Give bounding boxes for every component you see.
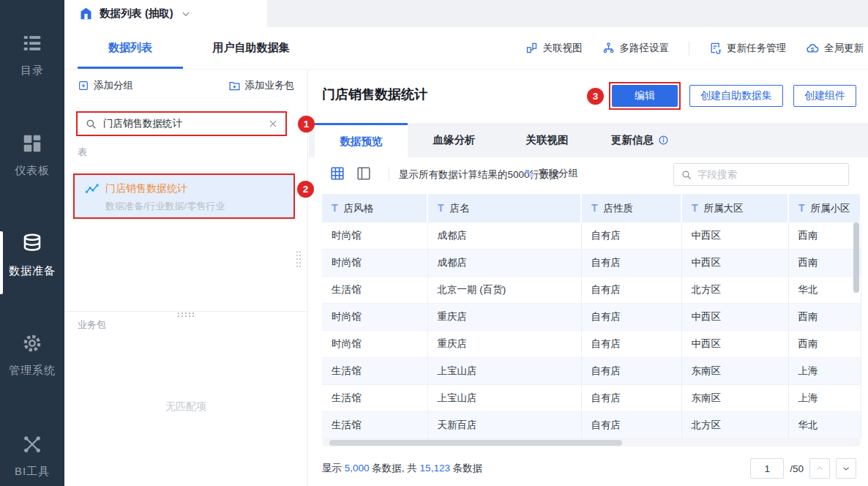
- preview-toolbar: 显示所有数据计算结果的5000行数据 字段分组: [309, 162, 868, 189]
- relation-view-label: 关联视图: [543, 42, 583, 55]
- table-cell: 成都店: [427, 250, 581, 277]
- summary-text: 条数据: [453, 463, 483, 474]
- header-button-row: 3 编辑 创建自助数据集 创建组件: [587, 82, 856, 110]
- tab-data-list[interactable]: 数据列表: [78, 27, 183, 69]
- info-icon[interactable]: [658, 135, 669, 146]
- table-cell: 西南: [788, 223, 861, 250]
- sidebar-item-catalog[interactable]: 目录: [0, 32, 64, 78]
- page-title: 门店销售数据统计: [322, 86, 427, 103]
- text-field-icon: T: [692, 202, 698, 214]
- table-cell: 上宝山店: [427, 385, 581, 412]
- table-row: 时尚馆重庆店自有店中西区西南: [322, 331, 861, 358]
- table-cell: 天新百店: [427, 412, 581, 439]
- table-cell: 自有店: [581, 385, 681, 412]
- shown-rows-count: 5,000: [345, 463, 370, 474]
- sidebar-item-dashboard[interactable]: 仪表板: [0, 132, 64, 178]
- text-field-icon: T: [438, 202, 444, 214]
- table-cell: 西南: [788, 304, 861, 331]
- dataset-list-item-selected[interactable]: 门店销售数据统计 数据准备/行业数据/零售行业: [73, 173, 295, 219]
- top-action-group: 关联视图 多路径设置 更新任务管理 全局更新: [525, 27, 864, 69]
- edit-button[interactable]: 编辑: [612, 85, 678, 107]
- dataset-item-path: 数据准备/行业数据/零售行业: [105, 200, 283, 213]
- tab-data-preview[interactable]: 数据预览: [315, 123, 408, 157]
- pagination: /50: [750, 458, 856, 479]
- tab-relation-view[interactable]: 关联视图: [501, 123, 594, 157]
- chevron-down-icon[interactable]: [180, 8, 192, 20]
- relation-view-button[interactable]: 关联视图: [525, 42, 583, 55]
- sidebar-item-label: 目录: [20, 64, 44, 78]
- table-cell: 时尚馆: [322, 304, 427, 331]
- tab-update-info[interactable]: 更新信息: [594, 123, 686, 157]
- add-group-button[interactable]: 添加分组: [78, 79, 133, 92]
- page-number-input[interactable]: [750, 458, 784, 479]
- create-widget-button[interactable]: 创建组件: [793, 85, 856, 107]
- multipath-setting-button[interactable]: 多路径设置: [602, 42, 670, 55]
- column-label: 店名: [450, 203, 470, 214]
- table-row: 时尚馆成都店自有店中西区西南: [322, 250, 861, 277]
- table-cell: 自有店: [581, 250, 681, 277]
- section-label-packages: 业务包: [78, 318, 106, 332]
- table-cell: 自有店: [581, 358, 681, 385]
- update-task-manage-button[interactable]: 更新任务管理: [709, 42, 786, 55]
- column-header[interactable]: T店性质: [581, 195, 681, 223]
- column-header[interactable]: T店名: [427, 195, 581, 223]
- table-cell: 北方区: [681, 277, 788, 304]
- field-group-button[interactable]: 字段分组: [524, 167, 578, 180]
- table-cell: 自有店: [581, 223, 681, 250]
- finebi-app: 目录 仪表板 数据准备 管理系统 BI工具: [0, 0, 868, 486]
- bi-tools-icon: [21, 433, 43, 455]
- field-search-input[interactable]: [697, 169, 842, 180]
- horizontal-scrollbar-thumb[interactable]: [329, 440, 622, 446]
- global-update-button[interactable]: 全局更新: [806, 42, 864, 55]
- dataset-search-input[interactable]: [103, 119, 262, 130]
- dashboard-grid-icon: [21, 132, 43, 154]
- update-task-manage-label: 更新任务管理: [727, 42, 786, 55]
- sidebar-item-label: 数据准备: [9, 264, 56, 278]
- row-count-summary: 显示 5,000 条数据, 共 15,123 条数据: [322, 462, 482, 475]
- table-cell: 华北: [788, 277, 861, 304]
- table-row: 生活馆天新百店自有店北方区华北: [322, 412, 861, 439]
- clear-search-icon[interactable]: [268, 119, 278, 129]
- column-header[interactable]: T店风格: [322, 195, 427, 223]
- next-page-button[interactable]: [836, 458, 856, 479]
- add-package-button[interactable]: 添加业务包: [228, 79, 295, 92]
- tab-lineage-analysis[interactable]: 血缘分析: [408, 123, 501, 157]
- toolbar-divider: [689, 41, 689, 56]
- table-cell: 北方区: [681, 412, 788, 439]
- window-tab-data-list[interactable]: 数据列表 (抽取): [64, 0, 267, 27]
- annotation-step-3: 3: [587, 88, 604, 105]
- table-cell: 华北: [788, 412, 861, 439]
- tab-self-service-dataset[interactable]: 用户自助数据集: [196, 27, 306, 69]
- multipath-setting-label: 多路径设置: [620, 42, 670, 55]
- table-cell: 重庆店: [427, 331, 581, 358]
- catalog-list-icon: [21, 32, 43, 54]
- previous-page-button[interactable]: [809, 458, 830, 479]
- table-cell: 时尚馆: [322, 223, 427, 250]
- sidebar-item-data-preparation[interactable]: 数据准备: [0, 233, 64, 278]
- section-label-tables: 表: [78, 146, 87, 159]
- column-label: 店风格: [344, 203, 374, 214]
- text-field-icon: T: [591, 202, 598, 214]
- sidebar-item-bi-tools[interactable]: BI工具: [0, 433, 64, 479]
- sidebar-item-admin[interactable]: 管理系统: [0, 332, 64, 378]
- table-cell: 成都店: [427, 223, 581, 250]
- vertical-resize-handle[interactable]: [295, 250, 302, 269]
- vertical-scrollbar-thumb[interactable]: [853, 223, 859, 293]
- column-header[interactable]: T所属大区: [681, 195, 788, 223]
- table-footer: 显示 5,000 条数据, 共 15,123 条数据 /50: [322, 457, 856, 479]
- horizontal-resize-handle[interactable]: [176, 312, 195, 318]
- table-cell: 自有店: [581, 304, 681, 331]
- horizontal-scrollbar-track[interactable]: [322, 439, 861, 446]
- tab-label: 血缘分析: [433, 133, 476, 147]
- sidebar-item-label: 仪表板: [15, 164, 50, 178]
- create-dataset-button[interactable]: 创建自助数据集: [689, 85, 783, 107]
- tab-label: 数据预览: [340, 135, 383, 149]
- annotation-step-2: 2: [297, 181, 314, 198]
- grid-view-toggle[interactable]: [329, 165, 345, 182]
- active-tab-underline: [78, 67, 183, 69]
- table-cell: 东南区: [681, 385, 788, 412]
- table-row: 时尚馆成都店自有店中西区西南: [322, 223, 861, 250]
- table-cell: 西南: [788, 250, 861, 277]
- column-header[interactable]: T所属小区: [788, 195, 861, 223]
- board-view-toggle[interactable]: [356, 165, 372, 182]
